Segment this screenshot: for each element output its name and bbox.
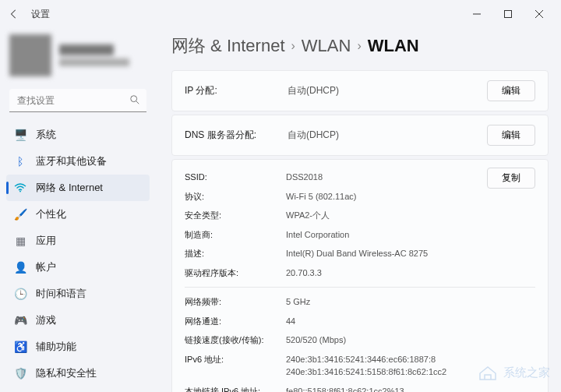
manufacturer-value: Intel Corporation xyxy=(286,228,535,242)
window-title: 设置 xyxy=(31,8,50,21)
avatar xyxy=(9,34,51,76)
user-tile[interactable] xyxy=(6,28,150,89)
svg-point-4 xyxy=(131,96,137,102)
sidebar-item-privacy[interactable]: 🛡️隐私和安全性 xyxy=(6,360,150,387)
link-speed-value: 520/520 (Mbps) xyxy=(286,334,535,347)
band-label: 网络频带: xyxy=(185,295,286,309)
account-icon: 👤 xyxy=(14,261,26,274)
sidebar-item-label: 个性化 xyxy=(36,207,66,221)
sidebar-item-accessibility[interactable]: ♿辅助功能 xyxy=(6,334,150,360)
sidebar-item-label: 帐户 xyxy=(36,260,56,274)
brush-icon: 🖌️ xyxy=(14,208,26,221)
channel-label: 网络通道: xyxy=(185,315,286,328)
ipv6-link-label: 本地链接 IPv6 地址: xyxy=(185,385,286,393)
breadcrumb: 网络 & Internet › WLAN › WLAN xyxy=(171,28,549,70)
sidebar-item-label: 应用 xyxy=(36,234,56,248)
sidebar-item-label: 隐私和安全性 xyxy=(36,366,97,380)
breadcrumb-mid[interactable]: WLAN xyxy=(302,36,351,56)
sidebar-item-label: 游戏 xyxy=(36,313,56,327)
sidebar-item-time-language[interactable]: 🕒时间和语言 xyxy=(6,281,150,307)
accessibility-icon: ♿ xyxy=(14,341,26,353)
channel-value: 44 xyxy=(286,315,535,328)
sidebar-item-system[interactable]: 🖥️系统 xyxy=(6,122,150,148)
svg-rect-1 xyxy=(505,11,512,18)
dns-assign-label: DNS 服务器分配: xyxy=(185,129,278,142)
shield-icon: 🛡️ xyxy=(14,367,26,380)
breadcrumb-current: WLAN xyxy=(368,36,419,56)
ipv6-link-value: fe80::5158:8f61:8c62:1cc2%13 xyxy=(286,385,535,393)
clock-icon: 🕒 xyxy=(14,288,26,300)
edit-dns-button[interactable]: 编辑 xyxy=(487,125,535,146)
sidebar-item-accounts[interactable]: 👤帐户 xyxy=(6,254,150,281)
gaming-icon: 🎮 xyxy=(14,314,26,327)
sidebar-item-label: 蓝牙和其他设备 xyxy=(36,154,107,168)
minimize-button[interactable] xyxy=(461,3,492,25)
sidebar-item-bluetooth[interactable]: ᛒ蓝牙和其他设备 xyxy=(6,148,150,175)
security-value: WPA2-个人 xyxy=(286,209,535,222)
copy-button[interactable]: 复制 xyxy=(487,168,535,189)
description-label: 描述: xyxy=(185,247,286,260)
chevron-right-icon: › xyxy=(357,39,361,53)
ssid-label: SSID: xyxy=(185,171,286,184)
protocol-label: 协议: xyxy=(185,190,286,203)
sidebar-item-update[interactable]: ⟳Windows 更新 xyxy=(6,387,150,392)
svg-line-5 xyxy=(136,101,139,104)
bluetooth-icon: ᛒ xyxy=(14,155,26,168)
maximize-button[interactable] xyxy=(492,3,524,25)
manufacturer-label: 制造商: xyxy=(185,228,286,242)
close-button[interactable] xyxy=(524,3,555,25)
sidebar-item-label: 网络 & Internet xyxy=(36,181,103,195)
ipv6-value: 240e:3b1:3416:5241:3446:ec66:1887:8 240e… xyxy=(286,353,535,379)
back-button[interactable] xyxy=(6,6,22,22)
ipv6-label: IPv6 地址: xyxy=(185,353,286,379)
user-info xyxy=(59,44,129,66)
description-value: Intel(R) Dual Band Wireless-AC 8275 xyxy=(286,247,535,260)
search-icon xyxy=(129,94,140,108)
link-speed-label: 链接速度(接收/传输): xyxy=(185,334,286,347)
dns-assign-value: 自动(DHCP) xyxy=(288,129,478,142)
apps-icon: ▦ xyxy=(14,235,26,247)
driver-value: 20.70.3.3 xyxy=(286,267,535,280)
search-input[interactable] xyxy=(9,89,146,112)
protocol-value: Wi-Fi 5 (802.11ac) xyxy=(286,190,535,203)
wifi-icon xyxy=(14,182,26,194)
sidebar-item-gaming[interactable]: 🎮游戏 xyxy=(6,307,150,334)
sidebar-item-label: 系统 xyxy=(36,128,56,142)
driver-label: 驱动程序版本: xyxy=(185,267,286,280)
svg-point-6 xyxy=(19,191,21,192)
sidebar-item-network[interactable]: 网络 & Internet xyxy=(6,175,150,201)
ip-assign-label: IP 分配: xyxy=(185,84,278,97)
edit-ip-button[interactable]: 编辑 xyxy=(487,80,535,101)
sidebar-item-label: 时间和语言 xyxy=(36,287,86,301)
sidebar-item-apps[interactable]: ▦应用 xyxy=(6,228,150,254)
ip-assign-value: 自动(DHCP) xyxy=(288,84,478,97)
system-icon: 🖥️ xyxy=(14,129,26,141)
sidebar-item-personalization[interactable]: 🖌️个性化 xyxy=(6,201,150,228)
security-label: 安全类型: xyxy=(185,209,286,222)
breadcrumb-root[interactable]: 网络 & Internet xyxy=(171,34,285,58)
chevron-right-icon: › xyxy=(291,39,295,53)
band-value: 5 GHz xyxy=(286,295,535,309)
sidebar-item-label: 辅助功能 xyxy=(36,340,76,354)
